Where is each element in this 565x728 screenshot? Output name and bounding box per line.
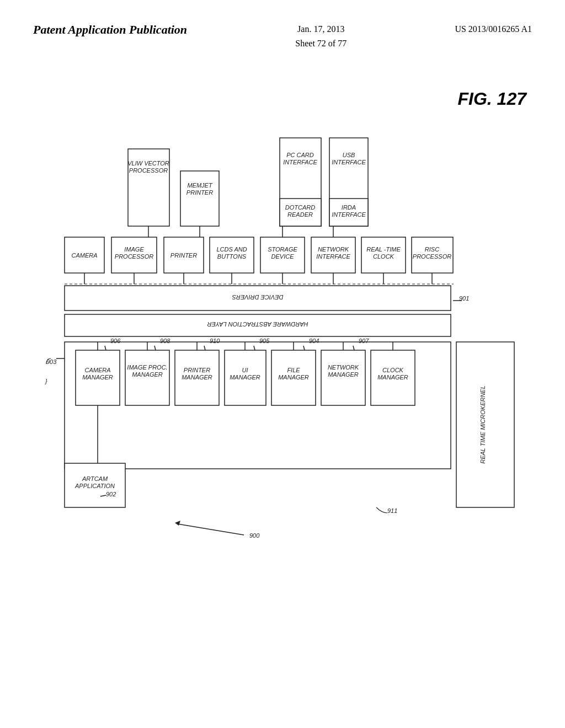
svg-text:IMAGE PROC.: IMAGE PROC. [127, 364, 167, 371]
svg-text:INTERFACE: INTERFACE [332, 211, 366, 218]
svg-text:USB: USB [343, 152, 355, 158]
svg-text:REAL -TIME: REAL -TIME [366, 246, 401, 253]
svg-text:}: } [45, 378, 47, 384]
svg-text:PRINTER: PRINTER [186, 189, 213, 196]
publication-date-sheet: Jan. 17, 2013 Sheet 72 of 77 [295, 22, 347, 50]
svg-text:PC CARD: PC CARD [286, 152, 314, 158]
svg-text:NETWORK: NETWORK [318, 246, 349, 253]
svg-text:IRDA: IRDA [342, 204, 356, 211]
svg-text:APPLICATION: APPLICATION [74, 483, 115, 489]
svg-text:CLOCK: CLOCK [382, 367, 404, 373]
svg-text:PROCESSOR: PROCESSOR [413, 253, 451, 260]
svg-text:PRINTER: PRINTER [184, 367, 210, 373]
svg-text:906: 906 [110, 338, 121, 344]
svg-text:DEVICE: DEVICE [271, 253, 295, 260]
svg-text:LCDS AND: LCDS AND [216, 246, 247, 253]
svg-text:INTERFACE: INTERFACE [332, 159, 366, 165]
svg-text:MANAGER: MANAGER [132, 371, 163, 378]
svg-text:STORAGE: STORAGE [268, 246, 297, 253]
svg-text:CAMERA: CAMERA [71, 252, 97, 259]
svg-text:IMAGE: IMAGE [124, 246, 144, 253]
svg-text:MANAGER: MANAGER [230, 374, 260, 381]
svg-text:VLIW VECTOR: VLIW VECTOR [127, 160, 169, 167]
svg-text:DEVICE DRIVERS: DEVICE DRIVERS [232, 294, 284, 301]
svg-text:REAL TIME MICROKERNEL: REAL TIME MICROKERNEL [479, 386, 486, 464]
svg-text:MANAGER: MANAGER [328, 371, 359, 378]
svg-text:BUTTONS: BUTTONS [217, 253, 247, 260]
svg-text:READER: READER [287, 211, 313, 218]
svg-rect-74 [321, 350, 365, 405]
sheet-info: Sheet 72 of 77 [295, 39, 347, 48]
svg-text:RISC: RISC [425, 246, 439, 253]
svg-text:MANAGER: MANAGER [182, 374, 212, 381]
svg-text:PROCESSOR: PROCESSOR [115, 253, 153, 260]
svg-text:INTERFACE: INTERFACE [283, 159, 317, 165]
svg-text:MEMJET: MEMJET [187, 182, 213, 189]
svg-text:MANAGER: MANAGER [278, 374, 309, 381]
svg-text:ARTCAM: ARTCAM [82, 475, 108, 482]
publication-number: US 2013/0016265 A1 [455, 22, 532, 36]
svg-text:FILE: FILE [287, 367, 300, 373]
svg-text:904: 904 [309, 338, 319, 344]
svg-text:DOTCARD: DOTCARD [285, 204, 315, 211]
svg-text:900: 900 [249, 532, 260, 539]
svg-text:910: 910 [210, 338, 220, 344]
svg-text:HARDWARE ABSTRACTION LAYER: HARDWARE ABSTRACTION LAYER [207, 321, 308, 328]
patent-diagram: FIG. 127 .box-label { font-family: Arial… [33, 88, 532, 695]
svg-text:905: 905 [259, 338, 270, 344]
svg-text:908: 908 [160, 338, 170, 344]
svg-text:CAMERA: CAMERA [84, 367, 110, 373]
svg-text:PRINTER: PRINTER [170, 252, 197, 259]
svg-text:MANAGER: MANAGER [377, 374, 408, 381]
svg-text:INTERFACE: INTERFACE [316, 253, 350, 260]
svg-text:911: 911 [387, 507, 397, 514]
page-header: Patent Application Publication Jan. 17, … [0, 22, 565, 50]
svg-text:NETWORK: NETWORK [328, 364, 359, 371]
svg-line-100 [178, 524, 244, 535]
publication-title: Patent Application Publication [33, 22, 187, 38]
svg-text:907: 907 [359, 338, 369, 344]
svg-rect-3 [180, 171, 219, 226]
svg-text:UI: UI [242, 367, 248, 373]
svg-text:902: 902 [106, 491, 116, 497]
svg-marker-101 [175, 521, 180, 526]
architecture-diagram: .box-label { font-family: Arial, sans-se… [33, 88, 532, 695]
svg-text:PROCESSOR: PROCESSOR [129, 167, 168, 174]
pub-date: Jan. 17, 2013 [297, 24, 344, 34]
svg-rect-62 [125, 350, 169, 405]
svg-text:MANAGER: MANAGER [82, 374, 113, 381]
svg-text:CLOCK: CLOCK [373, 253, 395, 260]
